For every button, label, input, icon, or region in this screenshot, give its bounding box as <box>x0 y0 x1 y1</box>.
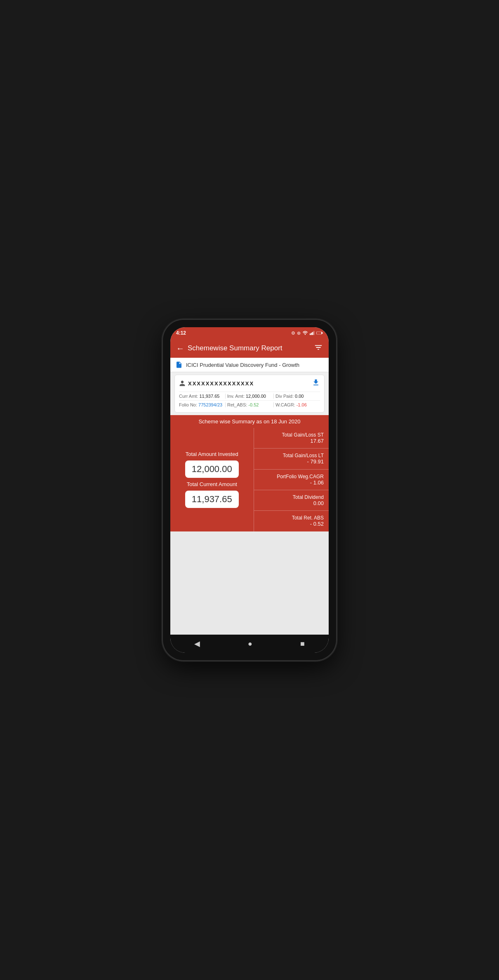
bottom-nav: ◀ ● ■ <box>170 635 329 653</box>
div-paid-value: 0.00 <box>295 394 304 399</box>
home-nav-button[interactable]: ● <box>248 640 252 648</box>
right-item-label: Total Dividend <box>293 494 324 500</box>
summary-left-panel: Total Amount Invested 12,000.00 Total Cu… <box>170 428 254 531</box>
wcagr-value: -1.06 <box>297 402 307 407</box>
account-masked: XXXXXXXXXXXXXXX <box>188 380 254 387</box>
amount-invested-label: Total Amount Invested <box>186 451 238 457</box>
summary-right-item: Total Dividend0.00 <box>254 490 329 511</box>
account-row-2: Folio No: 7752394/23 Ret_ABS: -0.52 W.CA… <box>179 400 320 409</box>
curr-amt-value: 11,937.65 <box>199 394 219 399</box>
phone-frame: 4:12 ⚙ ⊛ <box>163 320 336 660</box>
signal-icon <box>310 331 315 335</box>
fund-name-bar: ICICI Prudential Value Discovery Fund - … <box>170 358 329 372</box>
inv-amt-label: Inv. Amt: <box>227 394 245 399</box>
right-item-value: - 79.91 <box>307 458 324 465</box>
recent-nav-button[interactable]: ■ <box>300 640 305 648</box>
right-item-value: - 1.06 <box>310 479 324 486</box>
svg-rect-5 <box>322 332 322 334</box>
wifi-icon <box>302 331 308 335</box>
app-header: ← Schemewise Summary Report <box>170 339 329 358</box>
download-button[interactable] <box>312 378 320 388</box>
folio-value: 7752394/23 <box>198 402 222 407</box>
wcagr-cell: W.CAGR: -1.06 <box>275 402 320 407</box>
gear-icon: ⚙ <box>291 331 295 336</box>
current-amount-label: Total Current Amount <box>187 481 237 487</box>
inv-amt-value: 12,000.00 <box>246 394 266 399</box>
fund-name-text: ICICI Prudential Value Discovery Fund - … <box>186 362 299 368</box>
status-bar: 4:12 ⚙ ⊛ <box>170 327 329 339</box>
account-card: XXXXXXXXXXXXXXX Curr Amt: 11,937.65 Inv.… <box>174 375 325 413</box>
download-icon <box>312 378 320 387</box>
right-item-label: Total Gain/Loss ST <box>282 432 324 438</box>
current-amount-value: 11,937.65 <box>192 494 232 504</box>
svg-rect-6 <box>317 332 321 334</box>
summary-right-item: Total Gain/Loss ST17.67 <box>254 428 329 449</box>
battery-icon <box>316 331 323 335</box>
back-nav-button[interactable]: ◀ <box>194 639 200 648</box>
summary-right-item: Total Gain/Loss LT- 79.91 <box>254 449 329 469</box>
right-item-label: Total Gain/Loss LT <box>283 453 324 458</box>
ret-abs-value: -0.52 <box>248 402 259 407</box>
right-item-label: PortFolio Weg.CAGR <box>277 474 324 479</box>
amount-invested-box: 12,000.00 <box>185 460 239 478</box>
right-item-label: Total Ret. ABS <box>292 515 324 521</box>
ret-abs-cell: Ret_ABS: -0.52 <box>227 402 272 407</box>
wcagr-label: W.CAGR: <box>275 402 295 407</box>
summary-right-item: PortFolio Weg.CAGR- 1.06 <box>254 470 329 490</box>
svg-rect-2 <box>312 332 313 335</box>
phone-screen: 4:12 ⚙ ⊛ <box>170 327 329 653</box>
svg-rect-0 <box>310 333 311 335</box>
div-paid-cell: Div Paid: 0.00 <box>275 394 320 399</box>
filter-button[interactable] <box>314 343 323 354</box>
summary-right-panel: Total Gain/Loss ST17.67Total Gain/Loss L… <box>254 428 329 531</box>
filter-icon <box>314 343 323 352</box>
folio-cell: Folio No: 7752394/23 <box>179 402 224 407</box>
at-icon: ⊛ <box>297 331 301 336</box>
curr-amt-cell: Curr Amt: 11,937.65 <box>179 394 224 399</box>
empty-area <box>170 531 329 635</box>
account-icon <box>179 380 186 387</box>
svg-rect-3 <box>313 331 314 335</box>
right-item-value: 17.67 <box>310 438 324 444</box>
account-row-1: Curr Amt: 11,937.65 Inv. Amt: 12,000.00 … <box>179 392 320 400</box>
svg-rect-1 <box>311 333 312 335</box>
summary-right-item: Total Ret. ABS- 0.52 <box>254 511 329 531</box>
status-icons: ⚙ ⊛ <box>291 331 323 336</box>
folio-label: Folio No: <box>179 402 197 407</box>
summary-body: Total Amount Invested 12,000.00 Total Cu… <box>170 428 329 531</box>
current-amount-box: 11,937.65 <box>185 491 239 508</box>
document-icon <box>175 361 183 368</box>
div-paid-label: Div Paid: <box>275 394 294 399</box>
inv-amt-cell: Inv. Amt: 12,000.00 <box>227 394 272 399</box>
header-title: Schemewise Summary Report <box>188 344 314 352</box>
curr-amt-label: Curr Amt: <box>179 394 198 399</box>
right-item-value: - 0.52 <box>310 521 324 527</box>
back-button[interactable]: ← <box>176 344 184 353</box>
status-time: 4:12 <box>176 330 186 336</box>
account-header: XXXXXXXXXXXXXXX <box>179 378 320 388</box>
summary-header: Scheme wise Summary as on 18 Jun 2020 <box>170 415 329 428</box>
amount-invested-value: 12,000.00 <box>192 464 232 474</box>
right-item-value: 0.00 <box>313 500 324 506</box>
ret-abs-label: Ret_ABS: <box>227 402 247 407</box>
